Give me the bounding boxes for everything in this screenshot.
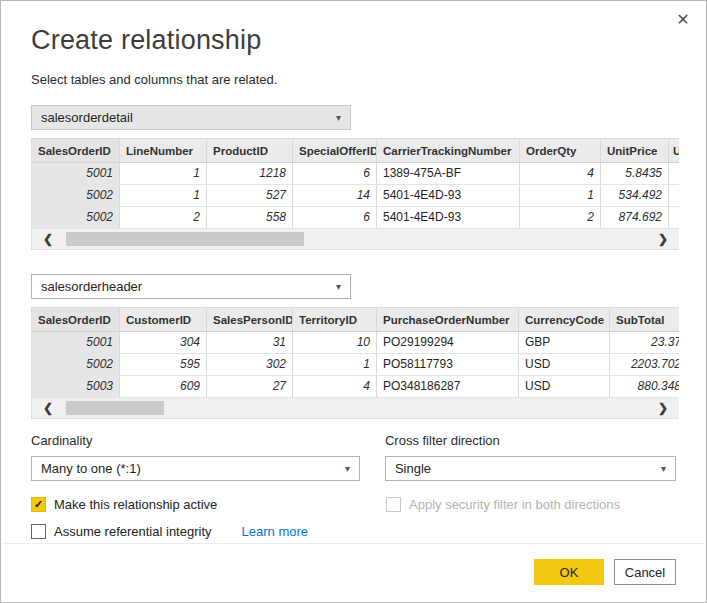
table2-hscrollbar: ❮ ❯: [32, 398, 679, 419]
table-cell[interactable]: PO29199294: [377, 332, 519, 354]
table-cell[interactable]: USD: [519, 354, 610, 376]
scrollbar-track[interactable]: [64, 401, 647, 415]
column-header[interactable]: SalesPersonID: [207, 307, 293, 332]
table-cell[interactable]: 14: [293, 185, 377, 207]
table-cell[interactable]: 2: [120, 207, 207, 229]
scrollbar-thumb[interactable]: [66, 401, 164, 415]
table-cell[interactable]: 534.492: [601, 185, 669, 207]
table-cell[interactable]: 1: [120, 163, 207, 185]
active-relationship-label: Make this relationship active: [54, 497, 217, 512]
table-cell[interactable]: 2: [520, 207, 601, 229]
scroll-right-icon[interactable]: ❯: [647, 229, 679, 249]
close-icon[interactable]: ✕: [672, 9, 694, 31]
table-cell[interactable]: 10: [293, 332, 377, 354]
footer: OK Cancel: [534, 559, 676, 585]
table-cell[interactable]: [669, 163, 679, 185]
table-cell[interactable]: 1: [293, 354, 377, 376]
table-cell[interactable]: [669, 207, 679, 229]
cross-filter-select[interactable]: Single ▾: [385, 456, 676, 481]
column-header[interactable]: ProductID: [207, 138, 293, 163]
table-cell[interactable]: 5.8435: [601, 163, 669, 185]
table-cell[interactable]: 1218: [207, 163, 293, 185]
checkbox-row-2: Assume referential integrity Learn more: [31, 524, 676, 539]
table-cell[interactable]: 609: [120, 376, 207, 398]
cardinality-label: Cardinality: [31, 433, 360, 448]
table-cell[interactable]: 5401-4E4D-93: [377, 185, 520, 207]
table-cell[interactable]: 5003: [32, 376, 120, 398]
scroll-left-icon[interactable]: ❮: [32, 229, 64, 249]
table-cell[interactable]: 5002: [32, 354, 120, 376]
table-cell[interactable]: 5002: [32, 207, 120, 229]
scroll-right-icon[interactable]: ❯: [647, 398, 679, 418]
table-cell[interactable]: USD: [519, 376, 610, 398]
referential-integrity-checkbox[interactable]: [31, 524, 46, 539]
table-cell[interactable]: 1: [120, 185, 207, 207]
column-header[interactable]: UnitPrice: [601, 138, 669, 163]
cross-filter-value: Single: [395, 461, 431, 476]
column-header[interactable]: SalesOrderID: [32, 307, 120, 332]
chevron-down-icon: ▾: [336, 113, 341, 123]
table-cell[interactable]: 2203.702: [610, 354, 679, 376]
column-header[interactable]: CarrierTrackingNumber: [377, 138, 520, 163]
table1-hscrollbar: ❮ ❯: [32, 229, 679, 250]
column-header[interactable]: SalesOrderID: [32, 138, 120, 163]
table2-preview: SalesOrderID CustomerID SalesPersonID Te…: [31, 307, 679, 419]
table-cell[interactable]: 31: [207, 332, 293, 354]
table-cell[interactable]: 874.692: [601, 207, 669, 229]
table-cell[interactable]: 1: [520, 185, 601, 207]
table-cell[interactable]: 27: [207, 376, 293, 398]
table-cell[interactable]: PO58117793: [377, 354, 519, 376]
referential-integrity-label: Assume referential integrity: [54, 524, 212, 539]
checkmark-icon: ✓: [34, 498, 43, 511]
create-relationship-dialog: ✕ Create relationship Select tables and …: [0, 0, 707, 603]
table-cell[interactable]: 304: [120, 332, 207, 354]
column-header[interactable]: TerritoryID: [293, 307, 377, 332]
checkbox-row-1: ✓ Make this relationship active Apply se…: [31, 497, 676, 512]
table-cell[interactable]: 595: [120, 354, 207, 376]
table-cell[interactable]: 5001: [32, 163, 120, 185]
table-cell[interactable]: [669, 185, 679, 207]
table-cell[interactable]: 5001: [32, 332, 120, 354]
security-filter-checkbox: [386, 497, 401, 512]
table-cell[interactable]: 5401-4E4D-93: [377, 207, 520, 229]
scrollbar-thumb[interactable]: [66, 232, 304, 246]
cancel-button[interactable]: Cancel: [614, 559, 676, 585]
table-row: 5001 1 1218 6 1389-475A-BF 4 5.8435: [32, 163, 679, 185]
learn-more-link[interactable]: Learn more: [242, 524, 308, 539]
table-cell[interactable]: 1389-475A-BF: [377, 163, 520, 185]
table-cell[interactable]: 4: [293, 376, 377, 398]
chevron-down-icon: ▾: [336, 282, 341, 292]
column-header[interactable]: LineNumber: [120, 138, 207, 163]
column-header[interactable]: CustomerID: [120, 307, 207, 332]
active-relationship-checkbox[interactable]: ✓: [31, 497, 46, 512]
column-header[interactable]: SubTotal: [610, 307, 679, 332]
column-header[interactable]: CurrencyCode: [519, 307, 610, 332]
options-row: Cardinality Many to one (*:1) ▾ Cross fi…: [31, 433, 676, 481]
table2-select[interactable]: salesorderheader ▾: [31, 274, 351, 299]
table-row: 5002 595 302 1 PO58117793 USD 2203.702: [32, 354, 679, 376]
scrollbar-track[interactable]: [64, 232, 647, 246]
chevron-down-icon: ▾: [661, 464, 666, 474]
column-header[interactable]: PurchaseOrderNumber: [377, 307, 519, 332]
table2-header-row: SalesOrderID CustomerID SalesPersonID Te…: [32, 307, 679, 332]
table-cell[interactable]: 4: [520, 163, 601, 185]
table-row: 5001 304 31 10 PO29199294 GBP 23.37: [32, 332, 679, 354]
table-cell[interactable]: PO348186287: [377, 376, 519, 398]
column-header[interactable]: OrderQty: [520, 138, 601, 163]
table-cell[interactable]: 558: [207, 207, 293, 229]
table-cell[interactable]: GBP: [519, 332, 610, 354]
table-cell[interactable]: 527: [207, 185, 293, 207]
table-cell[interactable]: 23.37: [610, 332, 679, 354]
scroll-left-icon[interactable]: ❮: [32, 398, 64, 418]
table-cell[interactable]: 880.348: [610, 376, 679, 398]
column-header[interactable]: U: [669, 138, 679, 163]
cardinality-select[interactable]: Many to one (*:1) ▾: [31, 456, 360, 481]
column-header[interactable]: SpecialOfferID: [293, 138, 377, 163]
table-cell[interactable]: 6: [293, 163, 377, 185]
table-cell[interactable]: 6: [293, 207, 377, 229]
table-cell[interactable]: 5002: [32, 185, 120, 207]
ok-button[interactable]: OK: [534, 559, 604, 585]
table-cell[interactable]: 302: [207, 354, 293, 376]
table-row: 5002 2 558 6 5401-4E4D-93 2 874.692: [32, 207, 679, 229]
table1-select[interactable]: salesorderdetail ▾: [31, 105, 351, 130]
